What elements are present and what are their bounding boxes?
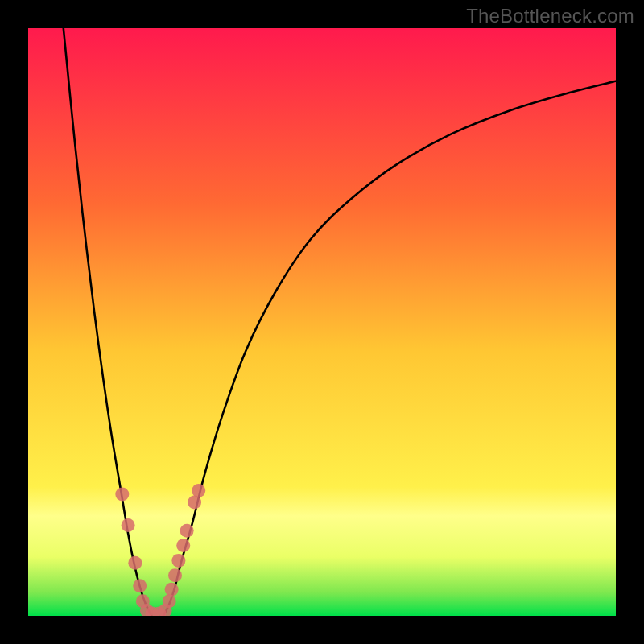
data-marker [171, 554, 185, 568]
chart-plot-area [28, 28, 616, 616]
data-marker [165, 583, 179, 597]
data-marker [168, 568, 182, 582]
data-marker [133, 579, 147, 592]
data-marker [128, 556, 142, 570]
chart-frame: TheBottleneck.com [0, 0, 644, 644]
data-marker [188, 496, 201, 510]
gradient-background [28, 28, 616, 616]
data-marker [115, 487, 129, 501]
data-marker [163, 594, 176, 608]
data-marker [122, 518, 135, 532]
data-marker [192, 484, 205, 497]
data-marker [176, 539, 190, 552]
data-marker [180, 524, 194, 538]
chart-svg [28, 28, 616, 616]
watermark-label: TheBottleneck.com [466, 5, 634, 27]
